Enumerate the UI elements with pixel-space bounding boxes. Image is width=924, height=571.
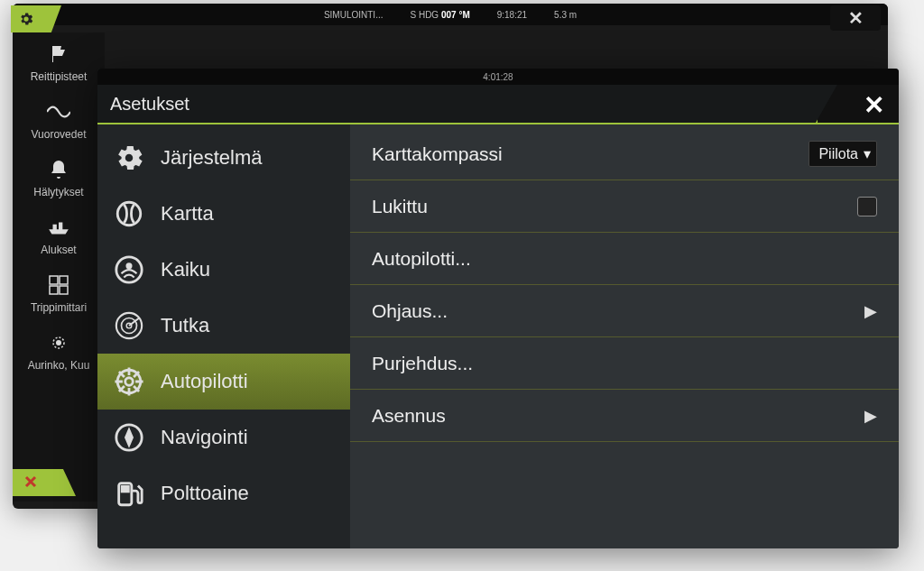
sidebar-item-label: Alukset xyxy=(41,244,76,256)
svg-rect-16 xyxy=(122,486,130,493)
settings-dialog: 4:01:28 Asetukset ✕ Järjestelmä Kartta K… xyxy=(97,69,899,548)
tools-sidebar: Reittipisteet Vuorovedet Hälytykset Aluk… xyxy=(13,32,105,502)
svg-rect-1 xyxy=(60,276,68,284)
ship-icon xyxy=(46,216,71,238)
sidebar-item-alarms[interactable]: Hälytykset xyxy=(13,153,105,207)
row-locked[interactable]: Lukittu xyxy=(350,180,899,233)
svg-point-13 xyxy=(125,378,134,386)
svg-rect-2 xyxy=(50,286,58,294)
sidebar-item-label: Hälytykset xyxy=(33,186,83,198)
nav-item-navigation[interactable]: Navigointi xyxy=(97,410,350,465)
sidebar-item-label: Reittipisteet xyxy=(31,70,88,83)
dialog-titlebar: Asetukset ✕ xyxy=(97,85,899,124)
close-icon: ✕ xyxy=(848,7,864,29)
globe-map-icon xyxy=(114,198,144,229)
svg-point-5 xyxy=(56,340,61,345)
chevron-down-icon: ▾ xyxy=(864,145,871,162)
row-label: Autopilotti... xyxy=(372,248,471,270)
locked-checkbox[interactable] xyxy=(857,197,877,216)
row-label: Karttakompassi xyxy=(372,143,503,165)
nav-item-label: Polttoaine xyxy=(161,482,249,505)
sidebar-item-tides[interactable]: Vuorovedet xyxy=(13,96,105,150)
sidebar-close-button[interactable] xyxy=(13,469,76,496)
back-status-bar: 🌐 ⚠ SIMULOINTI... S HDG 007 °M 9:18:21 5… xyxy=(13,4,888,25)
settings-category-list: Järjestelmä Kartta Kaiku Tutka Autopilot… xyxy=(97,124,350,548)
helm-wheel-icon xyxy=(114,366,144,397)
row-steering[interactable]: Ohjaus... ▶ xyxy=(350,285,899,337)
front-time: 4:01:28 xyxy=(483,72,513,82)
chevron-right-icon: ▶ xyxy=(864,301,877,321)
nav-item-echo[interactable]: Kaiku xyxy=(97,242,350,298)
row-installation[interactable]: Asennus ▶ xyxy=(350,390,899,442)
back-time: 9:18:21 xyxy=(497,10,527,20)
nav-item-chart[interactable]: Kartta xyxy=(97,186,350,242)
sidebar-item-vessels[interactable]: Alukset xyxy=(13,211,105,265)
sidebar-item-label: Aurinko, Kuu xyxy=(28,359,90,372)
dialog-close-button[interactable]: ✕ xyxy=(864,90,884,120)
nav-item-label: Autopilotti xyxy=(161,370,248,393)
back-depth: 5.3 m xyxy=(554,10,577,20)
nav-item-label: Kaiku xyxy=(161,258,210,281)
svg-rect-3 xyxy=(60,286,68,294)
gauge-grid-icon xyxy=(46,274,71,296)
nav-item-system[interactable]: Järjestelmä xyxy=(97,130,350,186)
flag-icon xyxy=(46,43,71,65)
nav-item-label: Tutka xyxy=(161,314,209,337)
nav-item-label: Kartta xyxy=(161,202,214,226)
close-red-icon xyxy=(23,473,38,493)
nav-item-fuel[interactable]: Polttoaine xyxy=(97,465,350,521)
sidebar-item-waypoints[interactable]: Reittipisteet xyxy=(13,38,105,92)
close-icon: ✕ xyxy=(864,91,884,119)
dialog-title: Asetukset xyxy=(110,94,189,115)
sidebar-item-label: Trippimittari xyxy=(31,301,87,314)
row-chart-compass[interactable]: Karttakompassi Piilota ▾ xyxy=(350,128,899,180)
sonar-icon xyxy=(114,254,144,285)
nav-item-radar[interactable]: Tutka xyxy=(97,298,350,354)
sidebar-item-label: Vuorovedet xyxy=(32,128,87,141)
svg-point-8 xyxy=(126,263,132,269)
nav-item-autopilot[interactable]: Autopilotti xyxy=(97,354,350,410)
gear-icon xyxy=(18,11,34,27)
compass-icon xyxy=(114,422,144,453)
radar-icon xyxy=(114,310,144,341)
sun-moon-icon xyxy=(46,332,71,354)
nav-item-label: Järjestelmä xyxy=(161,146,262,170)
back-close-button[interactable]: ✕ xyxy=(830,5,881,31)
sidebar-item-sunmoon[interactable]: Aurinko, Kuu xyxy=(13,327,105,381)
row-label: Asennus xyxy=(372,405,446,427)
bell-icon xyxy=(46,159,71,180)
svg-rect-0 xyxy=(50,276,58,284)
settings-detail-panel: Karttakompassi Piilota ▾ Lukittu Autopil… xyxy=(350,124,899,548)
row-label: Lukittu xyxy=(372,196,428,217)
fuel-pump-icon xyxy=(114,478,144,509)
heading-readout: S HDG 007 °M xyxy=(410,10,469,20)
sidebar-item-trip[interactable]: Trippimittari xyxy=(13,269,105,323)
row-sailing[interactable]: Purjehdus... xyxy=(350,337,899,390)
svg-point-6 xyxy=(117,202,141,226)
row-label: Purjehdus... xyxy=(372,353,473,374)
compass-select[interactable]: Piilota ▾ xyxy=(808,141,877,167)
row-label: Ohjaus... xyxy=(372,300,448,322)
row-autopilot[interactable]: Autopilotti... xyxy=(350,233,899,285)
chevron-right-icon: ▶ xyxy=(864,406,877,426)
simulation-label: SIMULOINTI... xyxy=(324,10,383,20)
gear-icon xyxy=(114,143,144,173)
nav-item-label: Navigointi xyxy=(161,426,248,449)
front-status-bar: 4:01:28 xyxy=(97,69,899,85)
wave-icon xyxy=(46,101,71,123)
select-value: Piilota xyxy=(818,146,858,162)
